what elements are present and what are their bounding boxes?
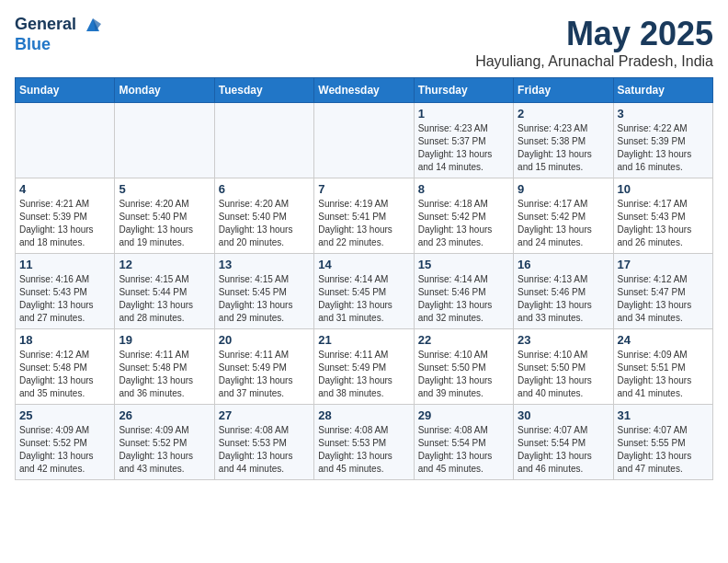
day-number: 2 (518, 107, 609, 121)
calendar-cell: 3Sunrise: 4:22 AM Sunset: 5:39 PM Daylig… (613, 103, 712, 178)
weekday-header-monday: Monday (115, 78, 214, 103)
calendar-cell: 15Sunrise: 4:14 AM Sunset: 5:46 PM Dayli… (414, 254, 513, 329)
calendar-cell: 4Sunrise: 4:21 AM Sunset: 5:39 PM Daylig… (16, 178, 115, 254)
calendar-cell: 27Sunrise: 4:08 AM Sunset: 5:53 PM Dayli… (214, 405, 313, 480)
day-number: 19 (119, 333, 210, 347)
day-detail: Sunrise: 4:11 AM Sunset: 5:48 PM Dayligh… (119, 349, 210, 400)
day-number: 22 (418, 333, 509, 347)
day-detail: Sunrise: 4:17 AM Sunset: 5:43 PM Dayligh… (618, 198, 709, 249)
calendar-cell: 25Sunrise: 4:09 AM Sunset: 5:52 PM Dayli… (16, 405, 115, 480)
day-number: 3 (618, 107, 709, 121)
day-detail: Sunrise: 4:23 AM Sunset: 5:38 PM Dayligh… (518, 122, 609, 174)
weekday-header-wednesday: Wednesday (314, 78, 414, 103)
weekday-header-thursday: Thursday (414, 78, 513, 103)
calendar-cell: 13Sunrise: 4:15 AM Sunset: 5:45 PM Dayli… (214, 254, 313, 329)
calendar-cell (314, 103, 414, 178)
day-number: 14 (318, 258, 409, 271)
calendar-cell: 12Sunrise: 4:15 AM Sunset: 5:44 PM Dayli… (115, 254, 214, 329)
logo-text: General (15, 15, 103, 35)
calendar-cell: 14Sunrise: 4:14 AM Sunset: 5:45 PM Dayli… (314, 254, 414, 329)
calendar-cell: 28Sunrise: 4:08 AM Sunset: 5:53 PM Dayli… (314, 405, 414, 480)
calendar-cell: 5Sunrise: 4:20 AM Sunset: 5:40 PM Daylig… (115, 178, 214, 254)
calendar-cell: 11Sunrise: 4:16 AM Sunset: 5:43 PM Dayli… (16, 254, 115, 329)
calendar-cell: 17Sunrise: 4:12 AM Sunset: 5:47 PM Dayli… (613, 254, 712, 329)
day-detail: Sunrise: 4:12 AM Sunset: 5:48 PM Dayligh… (19, 349, 110, 400)
day-number: 28 (318, 408, 409, 422)
calendar-cell: 31Sunrise: 4:07 AM Sunset: 5:55 PM Dayli… (613, 405, 712, 480)
calendar-week-3: 11Sunrise: 4:16 AM Sunset: 5:43 PM Dayli… (16, 254, 713, 329)
day-detail: Sunrise: 4:09 AM Sunset: 5:52 PM Dayligh… (19, 424, 110, 476)
day-number: 15 (418, 258, 509, 271)
calendar-cell: 20Sunrise: 4:11 AM Sunset: 5:49 PM Dayli… (214, 329, 313, 405)
day-number: 9 (518, 182, 609, 196)
day-detail: Sunrise: 4:07 AM Sunset: 5:54 PM Dayligh… (518, 424, 609, 476)
day-number: 26 (119, 408, 210, 422)
logo: General Blue (15, 15, 103, 54)
weekday-header-row: SundayMondayTuesdayWednesdayThursdayFrid… (16, 78, 713, 103)
calendar-week-2: 4Sunrise: 4:21 AM Sunset: 5:39 PM Daylig… (16, 178, 713, 254)
day-detail: Sunrise: 4:14 AM Sunset: 5:46 PM Dayligh… (418, 273, 509, 325)
day-number: 27 (219, 408, 310, 422)
day-number: 16 (518, 258, 609, 271)
calendar-week-5: 25Sunrise: 4:09 AM Sunset: 5:52 PM Dayli… (16, 405, 713, 480)
calendar-cell: 8Sunrise: 4:18 AM Sunset: 5:42 PM Daylig… (414, 178, 513, 254)
day-number: 6 (219, 182, 310, 196)
day-number: 25 (19, 408, 110, 422)
day-number: 4 (19, 182, 110, 196)
calendar-cell: 19Sunrise: 4:11 AM Sunset: 5:48 PM Dayli… (115, 329, 214, 405)
day-number: 24 (618, 333, 709, 347)
calendar-cell: 6Sunrise: 4:20 AM Sunset: 5:40 PM Daylig… (214, 178, 313, 254)
day-number: 29 (418, 408, 509, 422)
day-detail: Sunrise: 4:10 AM Sunset: 5:50 PM Dayligh… (418, 349, 509, 400)
day-detail: Sunrise: 4:09 AM Sunset: 5:52 PM Dayligh… (119, 424, 210, 476)
day-detail: Sunrise: 4:20 AM Sunset: 5:40 PM Dayligh… (119, 198, 210, 249)
day-number: 21 (318, 333, 409, 347)
calendar-cell (16, 103, 115, 178)
weekday-header-sunday: Sunday (16, 78, 115, 103)
day-detail: Sunrise: 4:16 AM Sunset: 5:43 PM Dayligh… (19, 273, 110, 325)
day-detail: Sunrise: 4:09 AM Sunset: 5:51 PM Dayligh… (618, 349, 709, 400)
day-number: 5 (119, 182, 210, 196)
day-detail: Sunrise: 4:23 AM Sunset: 5:37 PM Dayligh… (418, 122, 509, 174)
day-detail: Sunrise: 4:15 AM Sunset: 5:44 PM Dayligh… (119, 273, 210, 325)
calendar-cell: 22Sunrise: 4:10 AM Sunset: 5:50 PM Dayli… (414, 329, 513, 405)
day-detail: Sunrise: 4:15 AM Sunset: 5:45 PM Dayligh… (219, 273, 310, 325)
day-number: 17 (618, 258, 709, 271)
weekday-header-saturday: Saturday (613, 78, 712, 103)
page-header: General Blue May 2025 Hayuliang, Arunach… (15, 15, 713, 70)
calendar-week-4: 18Sunrise: 4:12 AM Sunset: 5:48 PM Dayli… (16, 329, 713, 405)
day-detail: Sunrise: 4:11 AM Sunset: 5:49 PM Dayligh… (318, 349, 409, 400)
day-number: 7 (318, 182, 409, 196)
day-detail: Sunrise: 4:12 AM Sunset: 5:47 PM Dayligh… (618, 273, 709, 325)
calendar-cell: 24Sunrise: 4:09 AM Sunset: 5:51 PM Dayli… (613, 329, 712, 405)
location-title: Hayuliang, Arunachal Pradesh, India (475, 53, 713, 70)
day-detail: Sunrise: 4:20 AM Sunset: 5:40 PM Dayligh… (219, 198, 310, 249)
day-number: 30 (518, 408, 609, 422)
day-detail: Sunrise: 4:17 AM Sunset: 5:42 PM Dayligh… (518, 198, 609, 249)
calendar-cell: 16Sunrise: 4:13 AM Sunset: 5:46 PM Dayli… (514, 254, 613, 329)
day-detail: Sunrise: 4:11 AM Sunset: 5:49 PM Dayligh… (219, 349, 310, 400)
day-detail: Sunrise: 4:18 AM Sunset: 5:42 PM Dayligh… (418, 198, 509, 249)
weekday-header-tuesday: Tuesday (214, 78, 313, 103)
day-detail: Sunrise: 4:08 AM Sunset: 5:53 PM Dayligh… (318, 424, 409, 476)
title-block: May 2025 Hayuliang, Arunachal Pradesh, I… (475, 15, 713, 70)
day-detail: Sunrise: 4:21 AM Sunset: 5:39 PM Dayligh… (19, 198, 110, 249)
day-number: 20 (219, 333, 310, 347)
calendar-cell: 18Sunrise: 4:12 AM Sunset: 5:48 PM Dayli… (16, 329, 115, 405)
day-number: 12 (119, 258, 210, 271)
calendar-cell: 1Sunrise: 4:23 AM Sunset: 5:37 PM Daylig… (414, 103, 513, 178)
weekday-header-friday: Friday (514, 78, 613, 103)
calendar-cell: 21Sunrise: 4:11 AM Sunset: 5:49 PM Dayli… (314, 329, 414, 405)
calendar-week-1: 1Sunrise: 4:23 AM Sunset: 5:37 PM Daylig… (16, 103, 713, 178)
calendar-cell: 29Sunrise: 4:08 AM Sunset: 5:54 PM Dayli… (414, 405, 513, 480)
day-detail: Sunrise: 4:22 AM Sunset: 5:39 PM Dayligh… (618, 122, 709, 174)
calendar-cell: 2Sunrise: 4:23 AM Sunset: 5:38 PM Daylig… (514, 103, 613, 178)
day-number: 18 (19, 333, 110, 347)
day-detail: Sunrise: 4:10 AM Sunset: 5:50 PM Dayligh… (518, 349, 609, 400)
calendar-cell: 10Sunrise: 4:17 AM Sunset: 5:43 PM Dayli… (613, 178, 712, 254)
calendar-table: SundayMondayTuesdayWednesdayThursdayFrid… (15, 77, 713, 480)
day-number: 23 (518, 333, 609, 347)
day-detail: Sunrise: 4:07 AM Sunset: 5:55 PM Dayligh… (618, 424, 709, 476)
calendar-cell: 26Sunrise: 4:09 AM Sunset: 5:52 PM Dayli… (115, 405, 214, 480)
day-number: 13 (219, 258, 310, 271)
